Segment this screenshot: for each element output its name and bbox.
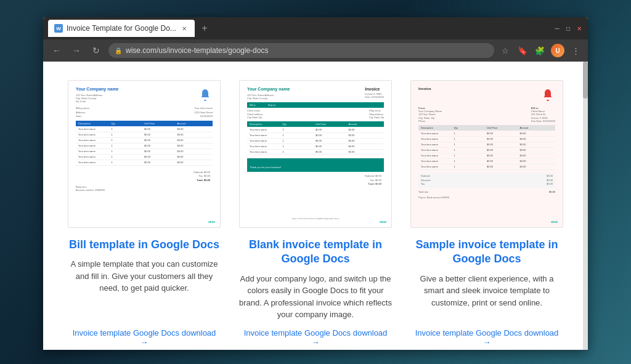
window-controls: ─ □ ✕ xyxy=(553,25,583,32)
blank-client-info: Client name Client address City State Zi… xyxy=(247,109,263,119)
blank-table-header: Description Qty Unit Price Amount xyxy=(247,121,384,127)
sample-row-3: Your item name1$0.00$0.00 xyxy=(418,142,555,148)
blank-address2: City, State Country xyxy=(247,97,290,100)
sample-logo xyxy=(540,87,555,104)
menu-icon[interactable]: ⋮ xyxy=(569,44,582,57)
bill-total: Total: $0.00 xyxy=(76,179,210,182)
blank-tax: Tax: $0.00 xyxy=(247,179,381,182)
blank-col-price: Unit Price xyxy=(316,123,349,126)
url-text: wise.com/us/invoice-templates/google-doc… xyxy=(126,46,268,55)
template-preview-blank: Your Company name 123 Your Street Addres… xyxy=(239,80,392,228)
sample-from-info: From: Your Company Name 123 Your Street … xyxy=(418,107,442,123)
bill-row-2: Your item name1$0.00$0.00 xyxy=(76,132,213,138)
browser-window: W Invoice Template for Google Do... ✕ + … xyxy=(43,17,588,350)
refresh-button[interactable]: ↻ xyxy=(89,43,104,58)
bill-totals: Subtotal: $0.00 Tax: $0.00 Total: $0.00 xyxy=(76,171,213,182)
bill-row-3: Your item name1$0.00$0.00 xyxy=(76,138,213,144)
blank-company-name: Your Company name xyxy=(247,87,290,91)
maximize-button[interactable]: □ xyxy=(564,25,572,32)
bill-fields: Billing name: Your client name Address: … xyxy=(76,107,213,118)
blank-totals: Subtotal: $0.00 Tax: $0.00 Total: $0.00 xyxy=(247,174,384,186)
sample-total-row: Total due $0.00 xyxy=(418,190,555,193)
bill-col-price: Unit Price xyxy=(144,122,177,125)
blank-ship-info: Ship name Ship address City State Zip xyxy=(369,109,384,119)
extension-icon[interactable]: 🧩 xyxy=(534,44,546,57)
blank-template-description: Add your company logo, and switch up the… xyxy=(239,273,392,321)
bill-table-header: Description Qty Unit Price Amount xyxy=(76,121,213,126)
sample-due-date: Due Date: 01/01/2023 xyxy=(531,119,555,123)
sample-row-2: Your item name1$0.00$0.00 xyxy=(418,137,555,142)
bill-row-1: Your item name1$0.00$0.00 xyxy=(76,127,213,132)
blank-col-amount: Amount xyxy=(349,123,382,126)
minimize-button[interactable]: ─ xyxy=(553,25,561,32)
bill-field-val2: 123 Client Street xyxy=(194,111,213,114)
bill-subtotal: Subtotal: $0.00 xyxy=(76,171,210,174)
bill-template-title: Bill template in Google Docs xyxy=(68,238,221,252)
address-bar[interactable]: 🔒 wise.com/us/invoice-templates/google-d… xyxy=(108,43,494,58)
scrollbar-thumb[interactable] xyxy=(583,62,588,99)
sample-subtotal: Subtotal$0.00 xyxy=(421,174,553,177)
toolbar-actions: ☆ 🔖 🧩 U ⋮ xyxy=(499,44,582,57)
blank-row-3: Your item name1$0.00$0.00 xyxy=(247,139,384,144)
blank-header-row: Your Company name 123 Your Street Addres… xyxy=(247,87,384,100)
bill-invoice-preview: Your Company name 123 Your Street Addres… xyxy=(68,81,220,227)
bill-company-info: Your Company name 123 Your Street Addres… xyxy=(76,87,119,104)
tab-favicon: W xyxy=(54,24,63,33)
bill-field-label2: Address: xyxy=(76,111,86,114)
sample-col-amount: Amount xyxy=(520,126,553,129)
bill-template-info: Bill template in Google Docs A simple te… xyxy=(68,238,221,347)
bill-field-row2: Address: 123 Client Street xyxy=(76,111,213,114)
bill-field-label3: Date: xyxy=(76,115,82,118)
blank-template-title: Blank invoice template in Google Docs xyxy=(239,238,392,267)
back-button[interactable]: ← xyxy=(49,43,64,58)
sample-col-unit: Unit Price xyxy=(487,126,520,129)
bill-col-desc: Description xyxy=(78,122,112,125)
blank-company-info: Your Company name 123 Your Street Addres… xyxy=(247,87,290,100)
bill-col-qty: Qty xyxy=(112,122,145,125)
blank-table-rows: Your item name1$0.00$0.00 Your item name… xyxy=(247,127,384,155)
tab-close-button[interactable]: ✕ xyxy=(180,24,189,33)
blank-col-desc: Description xyxy=(250,123,283,126)
browser-toolbar: ← → ↻ 🔒 wise.com/us/invoice-templates/go… xyxy=(43,39,588,62)
blank-invoice-preview: Your Company name 123 Your Street Addres… xyxy=(240,81,391,227)
blank-ship-addr: Ship address xyxy=(369,113,384,116)
blank-total: Total: $0.00 xyxy=(247,182,381,185)
template-preview-sample: Invoice From: Your Company Na xyxy=(410,80,563,228)
sample-tax: Tax$0.00 xyxy=(421,182,553,185)
blank-row-5: Your item name1$0.00$0.00 xyxy=(247,150,384,155)
blank-wise-watermark: wise xyxy=(380,220,386,224)
forward-button[interactable]: → xyxy=(69,43,84,58)
bill-bank-info: Bank info: Account number: 0000000 xyxy=(76,185,213,192)
blank-subtotal: Subtotal: $0.00 xyxy=(247,174,381,177)
new-tab-button[interactable]: + xyxy=(197,21,212,36)
bill-row-7: Your item name1$0.00$0.00 xyxy=(76,160,213,166)
blank-download-link[interactable]: Invoice template Google Docs download → xyxy=(239,328,392,347)
sample-download-link[interactable]: Invoice template Google Docs download → xyxy=(410,328,563,347)
star-icon[interactable]: ☆ xyxy=(499,44,511,57)
page-content: Your Company name 123 Your Street Addres… xyxy=(43,62,588,350)
bill-field-label1: Billing name: xyxy=(76,107,90,110)
sample-table-rows: Your item name1$0.00$0.00 Your item name… xyxy=(418,131,555,170)
sample-col-desc: Description xyxy=(421,126,454,129)
user-avatar[interactable]: U xyxy=(551,44,564,57)
bookmark-icon[interactable]: 🔖 xyxy=(516,44,529,57)
sample-discount: Discount$0.00 xyxy=(421,179,553,182)
scrollbar[interactable] xyxy=(583,62,588,350)
close-button[interactable]: ✕ xyxy=(576,25,583,32)
bill-row-6: Your item name1$0.00$0.00 xyxy=(76,155,213,160)
blank-col-qty: Qty xyxy=(283,123,316,126)
bill-download-link[interactable]: Invoice template Google Docs download → xyxy=(68,328,221,347)
sample-col-qty: Qty xyxy=(454,126,487,129)
bill-tax: Tax: $0.00 xyxy=(76,174,210,177)
sample-row-1: Your item name1$0.00$0.00 xyxy=(418,131,555,137)
bill-table-rows: Your item name1$0.00$0.00 Your item name… xyxy=(76,127,213,166)
bill-row-4: Your item name1$0.00$0.00 xyxy=(76,144,213,149)
sample-info-row: From: Your Company Name 123 Your Street … xyxy=(418,107,555,123)
blank-row-1: Your item name1$0.00$0.00 xyxy=(247,127,384,133)
active-tab[interactable]: W Invoice Template for Google Do... ✕ xyxy=(48,20,195,37)
sample-row-7: Your item name1$0.00$0.00 xyxy=(418,164,555,170)
browser-titlebar: W Invoice Template for Google Do... ✕ + … xyxy=(43,17,588,39)
sample-payment-label: Pay to: Bank account 00000 xyxy=(418,196,555,199)
template-card-sample: Invoice From: Your Company Na xyxy=(410,80,563,347)
blank-client-row: Client name Client address City State Zi… xyxy=(247,109,384,119)
